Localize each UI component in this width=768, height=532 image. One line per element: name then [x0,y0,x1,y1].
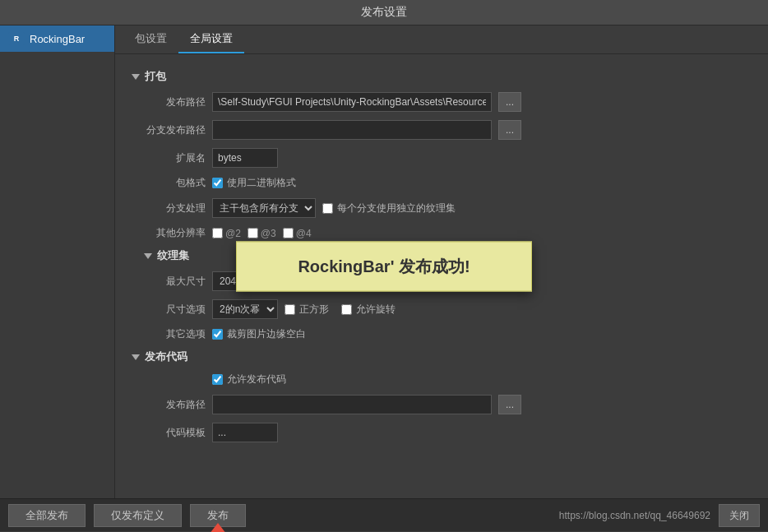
pack-collapse-icon[interactable] [132,74,140,80]
publish-path-label: 发布路径 [132,95,206,109]
code-path-label: 发布路径 [132,398,206,412]
toast-message: RockingBar' 发布成功! [298,255,470,277]
branch-path-input[interactable] [212,120,492,140]
size-option-row: 尺寸选项 2的n次幂 正方形 允许旋转 [132,299,752,319]
branch-checkbox-row: 每个分支使用独立的纹理集 [322,201,456,215]
texture-section-label: 纹理集 [157,248,189,263]
maxsize-label: 最大尺寸 [132,275,206,289]
publish-all-button[interactable]: 全部发布 [8,504,86,527]
format-checkbox-label: 使用二进制格式 [227,176,296,190]
sidebar-item-rockingbar[interactable]: R RockingBar [0,25,114,52]
url-text: https://blog.csdn.net/qq_46649692 [559,510,710,521]
publish-path-row: 发布路径 ... [132,92,752,112]
other-checkbox-row: 裁剪图片边缘空白 [212,327,306,341]
code-path-row: 发布路径 ... [132,395,752,414]
close-button[interactable]: 关闭 [719,504,760,527]
other-option-row: 其它选项 裁剪图片边缘空白 [132,327,752,341]
code-template-row: 代码模板 [132,423,752,442]
resolution-row: 其他分辨率 @2 @3 @4 [132,226,752,240]
resolution-label: 其他分辨率 [132,226,206,240]
res-item-3: @3 [248,228,276,239]
branch-path-browse-button[interactable]: ... [498,120,521,140]
branch-select[interactable]: 主干包含所有分支 [212,198,316,218]
square-label: 正方形 [299,303,329,317]
sidebar: R RockingBar [0,25,115,498]
code-collapse-icon[interactable] [132,354,140,360]
publish-path-input[interactable] [212,92,492,112]
code-path-input[interactable] [212,395,492,414]
title-bar: 发布设置 [0,0,768,25]
res-3-checkbox[interactable] [248,228,258,238]
branch-checkbox-label: 每个分支使用独立的纹理集 [337,201,456,215]
extension-label: 扩展名 [132,151,206,165]
res-2-checkbox[interactable] [212,228,223,238]
texture-collapse-icon[interactable] [144,253,152,259]
bottom-bar: 全部发布 仅发布定义 发布 https://blog.csdn.net/qq_4… [0,498,768,531]
tab-global[interactable]: 全局设置 [178,25,244,53]
tab-pack[interactable]: 包设置 [123,25,178,53]
other-option-label: 其它选项 [132,327,206,341]
res-item-2: @2 [212,228,241,239]
pack-section-label: 打包 [145,69,166,84]
clip-label: 裁剪图片边缘空白 [227,327,306,341]
publish-path-browse-button[interactable]: ... [498,92,521,112]
code-path-browse-button[interactable]: ... [498,395,521,414]
branch-path-row: 分支发布路径 ... [132,120,752,140]
branch-checkbox[interactable] [322,203,333,214]
publish-definition-button[interactable]: 仅发布定义 [94,504,182,527]
format-checkbox[interactable] [212,178,223,188]
allow-code-checkbox-row: 允许发布代码 [212,372,286,386]
code-template-label: 代码模板 [132,426,206,440]
svg-marker-0 [206,523,229,533]
toast-notification: RockingBar' 发布成功! [236,241,532,291]
res-4-label: @4 [296,228,312,239]
size-option-label: 尺寸选项 [132,303,206,317]
clip-checkbox[interactable] [212,329,223,340]
code-section-label: 发布代码 [145,349,187,364]
branch-row: 分支处理 主干包含所有分支 每个分支使用独立的纹理集 [132,198,752,218]
res-4-checkbox[interactable] [283,228,294,238]
extension-row: 扩展名 [132,148,752,168]
rotate-checkbox[interactable] [341,304,352,315]
allow-code-label: 允许发布代码 [227,372,286,386]
branch-label: 分支处理 [132,201,206,215]
red-arrow-icon [206,523,229,533]
code-section-header: 发布代码 [132,349,752,364]
size-option-checkboxes: 正方形 允许旋转 [285,303,396,317]
code-template-input[interactable] [212,423,278,442]
format-row: 包格式 使用二进制格式 [132,176,752,190]
sidebar-item-label: RockingBar [30,33,85,45]
publish-button-wrapper: 发布 [190,504,246,527]
extension-input[interactable] [212,148,278,168]
tabs-bar: 包设置 全局设置 [115,25,768,54]
window-title: 发布设置 [361,5,407,18]
pack-section-header: 打包 [132,69,752,84]
res-item-4: @4 [283,228,312,239]
square-checkbox[interactable] [285,304,295,315]
format-label: 包格式 [132,176,206,190]
res-3-label: @3 [261,228,276,239]
size-option-select[interactable]: 2的n次幂 [212,299,278,319]
res-2-label: @2 [225,228,241,239]
rockingbar-icon: R [8,32,25,45]
branch-path-label: 分支发布路径 [132,123,206,137]
format-checkbox-row: 使用二进制格式 [212,176,296,190]
rotate-label: 允许旋转 [356,303,396,317]
allow-code-checkbox[interactable] [212,374,223,385]
arrow-indicator-wrapper [206,523,229,533]
allow-code-row: 允许发布代码 [132,372,752,386]
